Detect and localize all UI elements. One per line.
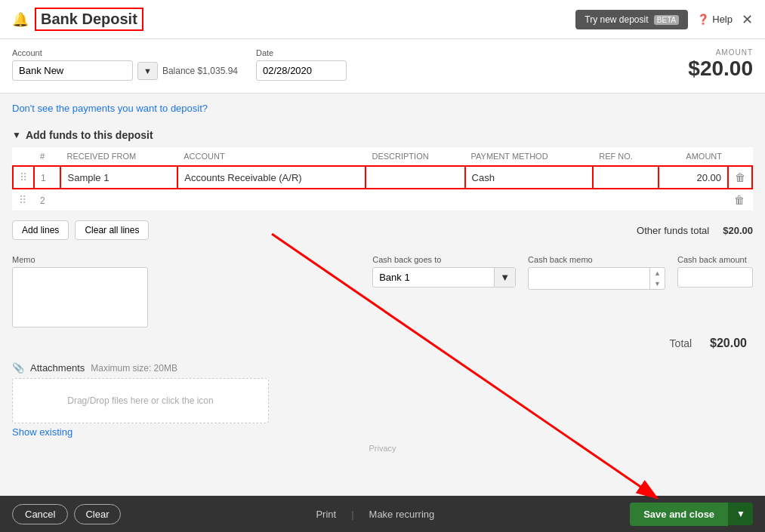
drag-handle-icon[interactable]: ⠿ bbox=[19, 194, 26, 206]
col-received-from: RECEIVED FROM bbox=[60, 147, 177, 166]
col-account: ACCOUNT bbox=[177, 147, 366, 166]
page-title: Bank Deposit bbox=[35, 8, 143, 31]
payment-method-cell[interactable] bbox=[465, 189, 594, 211]
account-cell[interactable]: Accounts Receivable (A/R) bbox=[177, 166, 366, 189]
cashback-goes-to-arrow[interactable]: ▼ bbox=[494, 268, 515, 287]
other-funds-label: Other funds total bbox=[637, 225, 709, 236]
show-existing-link[interactable]: Show existing bbox=[12, 426, 72, 438]
cashback-goes-to-select[interactable]: Bank 1 bbox=[373, 268, 494, 287]
attachments-header: 📎 Attachments Maximum size: 20MB bbox=[12, 362, 753, 374]
date-group: Date bbox=[256, 48, 347, 81]
try-new-deposit-button[interactable]: Try new deposit BETA bbox=[575, 10, 688, 29]
cashback-memo-input[interactable] bbox=[529, 269, 649, 288]
col-num: # bbox=[34, 147, 60, 166]
privacy-label: Privacy bbox=[369, 444, 396, 453]
table-row: ⠿ 2 🗑 bbox=[13, 189, 752, 211]
date-label: Date bbox=[256, 48, 347, 57]
clear-button[interactable]: Clear bbox=[74, 504, 120, 524]
cashback-goes-to-label: Cash back goes to bbox=[372, 255, 516, 264]
cashback-memo-label: Cash back memo bbox=[528, 255, 665, 264]
cashback-memo-down-icon[interactable]: ▼ bbox=[650, 278, 665, 289]
delete-icon[interactable]: 🗑 bbox=[735, 171, 745, 183]
other-funds-total: Other funds total $20.00 bbox=[637, 225, 753, 236]
received-from-cell[interactable] bbox=[60, 189, 177, 211]
close-icon[interactable]: ✕ bbox=[742, 11, 753, 28]
paperclip-icon: 📎 bbox=[12, 362, 24, 374]
account-select[interactable]: Bank New bbox=[12, 60, 133, 81]
col-drag bbox=[13, 147, 34, 166]
top-form: Account Bank New ▼ Balance $1,035.94 Dat… bbox=[0, 39, 765, 94]
add-lines-button[interactable]: Add lines bbox=[12, 220, 69, 240]
account-cell[interactable] bbox=[177, 189, 366, 211]
bell-icon: 🔔 bbox=[12, 11, 29, 28]
amount-value: $20.00 bbox=[688, 57, 753, 81]
memo-textarea[interactable] bbox=[12, 267, 148, 328]
delete-cell: 🗑 bbox=[728, 166, 752, 189]
cashback-section: Cash back goes to Bank 1 ▼ Cash back mem… bbox=[372, 255, 753, 328]
amount-display: AMOUNT $20.00 bbox=[688, 48, 753, 81]
ref-no-cell[interactable] bbox=[593, 189, 659, 211]
col-delete bbox=[728, 147, 752, 166]
account-dropdown-arrow[interactable]: ▼ bbox=[137, 62, 158, 80]
delete-cell: 🗑 bbox=[728, 189, 752, 211]
footer-divider: | bbox=[351, 509, 353, 520]
total-label: Total bbox=[670, 337, 693, 349]
col-ref-no: REF NO. bbox=[593, 147, 659, 166]
main-content: Don't see the payments you want to depos… bbox=[0, 94, 765, 514]
attachments-label: Attachments bbox=[30, 362, 85, 374]
memo-section: Memo bbox=[12, 255, 148, 328]
payment-method-cell[interactable]: Cash bbox=[465, 166, 594, 189]
col-payment-method: PAYMENT METHOD bbox=[465, 147, 594, 166]
header: 🔔 Bank Deposit Try new deposit BETA ❓ He… bbox=[0, 0, 765, 39]
total-amount: $20.00 bbox=[710, 337, 747, 349]
cashback-amount-input[interactable] bbox=[677, 267, 753, 288]
buttons-row: Add lines Clear all lines Other funds to… bbox=[12, 214, 753, 246]
footer-right: Save and close ▼ bbox=[630, 503, 753, 526]
other-funds-amount: $20.00 bbox=[723, 225, 753, 236]
attachments-size: Maximum size: 20MB bbox=[91, 363, 177, 374]
make-recurring-link[interactable]: Make recurring bbox=[369, 509, 435, 520]
payments-link[interactable]: Don't see the payments you want to depos… bbox=[12, 103, 208, 114]
cashback-memo-arrows: ▲ ▼ bbox=[649, 268, 665, 289]
amount-cell[interactable] bbox=[659, 189, 728, 211]
attachments-placeholder: Drag/Drop files here or click the icon bbox=[67, 395, 213, 406]
cancel-button[interactable]: Cancel bbox=[12, 504, 68, 524]
memo-label: Memo bbox=[12, 255, 148, 264]
delete-icon[interactable]: 🗑 bbox=[734, 194, 745, 206]
privacy-section: Privacy bbox=[12, 444, 753, 453]
table-row: ⠿ 1 Sample 1 Accounts Receivable (A/R) C… bbox=[13, 166, 752, 189]
cashback-memo-up-icon[interactable]: ▲ bbox=[650, 268, 665, 278]
account-select-wrap: Bank New ▼ Balance $1,035.94 bbox=[12, 60, 238, 81]
attachments-dropzone[interactable]: Drag/Drop files here or click the icon bbox=[12, 378, 269, 423]
bottom-form: Memo Cash back goes to Bank 1 ▼ Cash bac… bbox=[12, 255, 753, 328]
table-header-row: # RECEIVED FROM ACCOUNT DESCRIPTION PAYM… bbox=[13, 147, 752, 166]
footer-left: Cancel Clear bbox=[12, 504, 121, 524]
row-num-cell: 2 bbox=[34, 189, 60, 211]
attachments-section: 📎 Attachments Maximum size: 20MB Drag/Dr… bbox=[12, 362, 753, 438]
row-num-cell: 1 bbox=[34, 166, 60, 189]
col-amount: AMOUNT bbox=[659, 147, 728, 166]
account-group: Account Bank New ▼ Balance $1,035.94 bbox=[12, 48, 238, 81]
date-input[interactable] bbox=[256, 60, 347, 81]
cashback-memo-group: Cash back memo ▲ ▼ bbox=[528, 255, 665, 290]
amount-label: AMOUNT bbox=[688, 48, 753, 57]
col-description: DESCRIPTION bbox=[366, 147, 464, 166]
ref-no-cell[interactable] bbox=[593, 166, 659, 189]
description-cell[interactable] bbox=[366, 189, 464, 211]
clear-all-lines-button[interactable]: Clear all lines bbox=[75, 220, 149, 240]
description-cell[interactable] bbox=[366, 166, 464, 189]
print-link[interactable]: Print bbox=[316, 509, 336, 520]
amount-cell[interactable]: 20.00 bbox=[659, 166, 728, 189]
save-close-button[interactable]: Save and close bbox=[630, 503, 728, 526]
cashback-amount-label: Cash back amount bbox=[677, 255, 753, 264]
beta-badge: BETA bbox=[654, 15, 679, 25]
drag-handle-icon[interactable]: ⠿ bbox=[20, 171, 27, 183]
cashback-goes-to-wrap: Bank 1 ▼ bbox=[372, 267, 516, 288]
footer-center: Print | Make recurring bbox=[316, 509, 434, 520]
received-from-cell[interactable]: Sample 1 bbox=[60, 166, 177, 189]
header-left: 🔔 Bank Deposit bbox=[12, 8, 143, 31]
triangle-icon: ▼ bbox=[12, 130, 21, 140]
save-close-dropdown-arrow[interactable]: ▼ bbox=[728, 503, 753, 525]
cashback-memo-wrap: ▲ ▼ bbox=[528, 267, 665, 290]
help-link[interactable]: ❓ Help bbox=[697, 14, 733, 25]
